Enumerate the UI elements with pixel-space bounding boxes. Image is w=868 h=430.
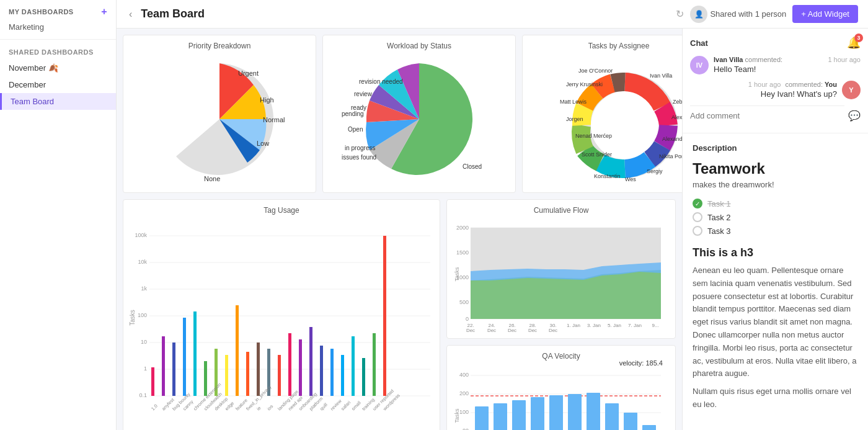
qa-velocity-svg: 400 200 100 80 60: [453, 369, 664, 430]
svg-text:1500: 1500: [456, 249, 469, 256]
task-check-3[interactable]: [693, 226, 702, 236]
svg-text:pending: pending: [342, 110, 364, 117]
tasks-assignee-title: Tasks by Assignee: [529, 42, 682, 50]
svg-text:Ivan Villa: Ivan Villa: [650, 73, 672, 79]
svg-rect-47: [204, 361, 207, 396]
share-avatar-icon: 👤: [690, 6, 707, 23]
svg-rect-44: [172, 343, 175, 396]
svg-text:500: 500: [459, 299, 469, 305]
svg-text:7. Jan: 7. Jan: [628, 323, 642, 328]
chat-notification-icon: 🔔 3: [847, 36, 861, 50]
svg-rect-135: [605, 403, 619, 430]
low-label: Low: [257, 140, 269, 147]
description-h3: This is a h3: [693, 246, 858, 259]
task-check-2[interactable]: [693, 212, 702, 222]
svg-text:Dec: Dec: [508, 328, 516, 333]
my-dashboards-section: MY DASHBOARDS +: [0, 0, 116, 20]
svg-text:9...: 9...: [652, 323, 658, 328]
svg-text:100k: 100k: [135, 232, 147, 238]
description-section-title: Description: [693, 143, 858, 153]
chat-message-ivan: IV Ivan Villa commented: 1 hour ago Hell…: [690, 56, 861, 74]
normal-label: Normal: [263, 116, 285, 123]
sidebar-item-november[interactable]: November 🍂: [0, 60, 116, 76]
sidebar: MY DASHBOARDS + Marketing SHARED DASHBOA…: [0, 0, 117, 430]
chat-send-icon[interactable]: 💬: [848, 110, 861, 122]
svg-rect-45: [183, 318, 186, 396]
svg-rect-131: [531, 397, 544, 430]
task-item-3: Task 3: [693, 224, 858, 238]
svg-text:3. Jan: 3. Jan: [587, 323, 601, 328]
nav-back-button[interactable]: ‹: [126, 7, 135, 21]
svg-rect-50: [236, 305, 239, 396]
svg-text:Dec: Dec: [487, 328, 496, 333]
chat-text-ivan: Hello Team!: [714, 65, 861, 74]
my-dashboards-label: MY DASHBOARDS: [9, 8, 74, 16]
task-check-1[interactable]: ✓: [693, 199, 702, 208]
svg-text:5. Jan: 5. Jan: [608, 323, 621, 328]
svg-rect-57: [309, 327, 312, 396]
svg-rect-129: [494, 403, 507, 430]
refresh-button[interactable]: ↻: [676, 8, 684, 20]
svg-text:Closed: Closed: [463, 163, 482, 170]
chat-content-ivan: Ivan Villa commented: 1 hour ago Hello T…: [714, 56, 861, 74]
tag-usage-title: Tag Usage: [130, 206, 433, 215]
svg-text:Tasks: Tasks: [454, 267, 460, 282]
urgent-label: Urgent: [238, 69, 259, 77]
svg-rect-56: [299, 339, 302, 396]
svg-rect-137: [642, 425, 656, 430]
svg-text:Jerry Krusinski: Jerry Krusinski: [566, 81, 603, 87]
svg-text:Joe O'Connor: Joe O'Connor: [578, 68, 613, 74]
svg-text:Scott Snider: Scott Snider: [582, 151, 612, 158]
share-info: 👤 Shared with 1 person: [690, 6, 786, 23]
topbar: ‹ Team Board ↻ 👤 Shared with 1 person + …: [117, 0, 868, 29]
svg-rect-42: [151, 367, 154, 396]
svg-rect-52: [257, 343, 260, 396]
svg-text:small: small: [350, 400, 362, 411]
shared-dashboards-label: SHARED DASHBOARDS: [0, 42, 116, 60]
chat-input[interactable]: [690, 105, 844, 125]
chat-avatar-ivan: IV: [690, 56, 709, 74]
svg-rect-46: [193, 311, 197, 396]
svg-rect-63: [373, 333, 376, 396]
task-item-2: Task 2: [693, 210, 858, 224]
top-charts-row: Priority Breakdown Urgent: [123, 35, 676, 193]
svg-text:Alexander Zinchenko: Alexander Zinchenko: [662, 136, 682, 142]
svg-text:100: 100: [459, 409, 469, 415]
priority-breakdown-title: Priority Breakdown: [130, 42, 309, 50]
priority-breakdown-chart: Priority Breakdown Urgent: [123, 35, 316, 193]
svg-rect-59: [330, 349, 334, 396]
chat-meta-you: 1 hour ago commented: You: [690, 81, 837, 88]
svg-rect-62: [362, 358, 365, 396]
svg-text:100: 100: [138, 312, 147, 318]
description-subtitle: makes the dreamwork!: [693, 180, 858, 189]
svg-text:1. Jan: 1. Jan: [567, 323, 580, 328]
svg-text:Dec: Dec: [528, 328, 537, 333]
workload-status-title: Workload by Status: [329, 42, 509, 50]
sidebar-item-marketing[interactable]: Marketing: [0, 20, 116, 37]
chat-section: Chat 🔔 3 IV Ivan Villa commented: 1 hour…: [683, 29, 868, 133]
svg-rect-58: [320, 346, 323, 396]
svg-text:ie: ie: [255, 405, 262, 411]
svg-rect-43: [162, 336, 165, 396]
high-label: High: [260, 96, 274, 104]
chat-text-you: Hey Ivan! What's up?: [690, 89, 837, 99]
svg-text:Dec: Dec: [549, 328, 557, 333]
svg-text:ios: ios: [266, 403, 274, 411]
workload-pie-svg: Closed pending in progress issues found …: [329, 54, 509, 184]
svg-text:0: 0: [466, 316, 469, 322]
cumulative-flow-chart: Cumulative Flow 2000 1500 1000 500 0: [446, 199, 676, 339]
sidebar-item-december[interactable]: December: [0, 76, 116, 93]
add-widget-button[interactable]: + Add Widget: [792, 5, 858, 23]
svg-text:Open: Open: [348, 126, 363, 133]
add-dashboard-icon[interactable]: +: [101, 6, 107, 17]
svg-text:Matt Lewis: Matt Lewis: [560, 99, 587, 105]
sidebar-item-teamboard[interactable]: Team Board: [0, 93, 116, 110]
chat-input-row: 💬: [690, 105, 861, 125]
svg-rect-54: [278, 355, 281, 396]
svg-text:0.1: 0.1: [139, 392, 147, 398]
svg-text:in progress: in progress: [345, 145, 375, 151]
svg-text:Zeb: Zeb: [673, 99, 682, 105]
svg-text:400: 400: [459, 372, 469, 378]
svg-text:Jorgen: Jorgen: [566, 116, 583, 122]
svg-text:80: 80: [463, 428, 469, 430]
